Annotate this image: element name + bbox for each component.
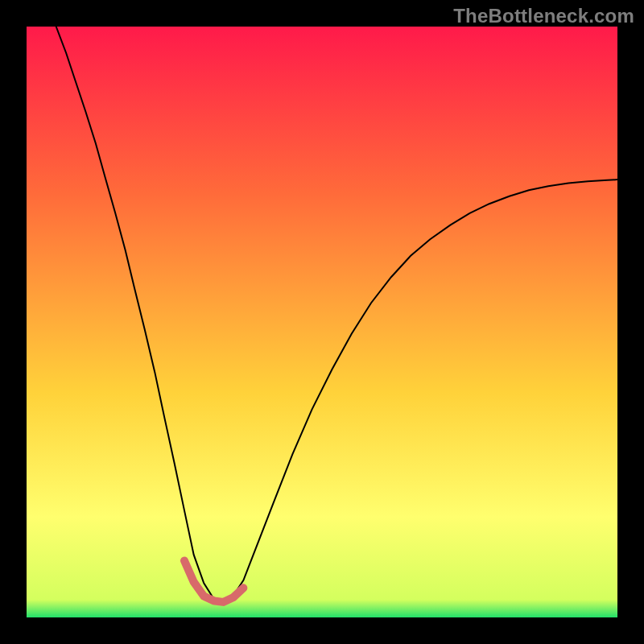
chart-frame: TheBottleneck.com: [0, 0, 644, 644]
gradient-background: [27, 27, 617, 617]
chart-svg: [27, 27, 617, 617]
plot-area: [27, 27, 617, 617]
watermark-text: TheBottleneck.com: [453, 5, 634, 27]
